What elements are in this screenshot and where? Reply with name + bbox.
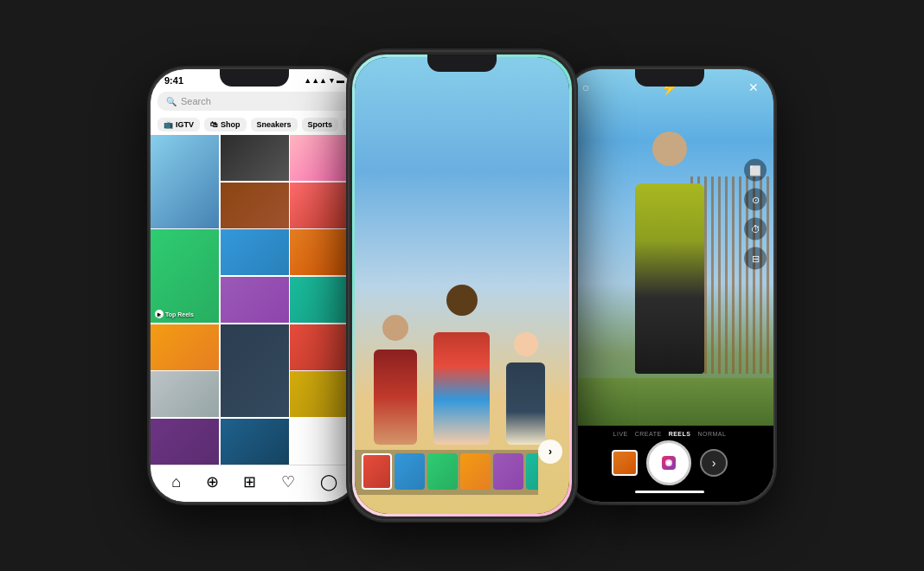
thumb-6[interactable]: [526, 453, 538, 490]
thumbnails-strip: [355, 450, 538, 495]
mode-normal[interactable]: NORMAL: [697, 431, 726, 437]
thumb-4[interactable]: [460, 453, 491, 490]
nav-heart-icon[interactable]: ♡: [281, 472, 295, 491]
reels-icon: ▶: [155, 310, 164, 318]
grid-cell-4[interactable]: [221, 183, 289, 228]
sticker-tool-btn[interactable]: ⬜: [744, 159, 767, 182]
grid-cell-17[interactable]: [221, 419, 289, 465]
mode-reels[interactable]: REELS: [669, 431, 691, 437]
ground: [566, 378, 773, 426]
grid-cell-3[interactable]: [290, 135, 358, 181]
grid-cell-16[interactable]: [151, 419, 219, 465]
shutter-inner: [662, 456, 676, 470]
sneakers-label: Sneakers: [257, 120, 292, 129]
nav-profile-icon[interactable]: ◯: [320, 472, 337, 491]
mode-row: LIVE CREATE REELS NORMAL: [573, 431, 767, 437]
explore-grid: ▶ Top Reels: [151, 135, 358, 465]
grid-cell-15[interactable]: [290, 371, 358, 417]
search-placeholder: Search: [181, 96, 211, 106]
search-icon: 🔍: [166, 97, 176, 106]
thumb-5[interactable]: [493, 453, 523, 490]
top-reels-text: Top Reels: [165, 311, 194, 318]
igtv-label: IGTV: [176, 120, 194, 129]
svg-rect-1: [667, 461, 671, 465]
reel-content: [355, 148, 569, 445]
camera-view: ○ ⚡ ✕ ⬜ ⊙ ⏱ ⊟: [566, 69, 773, 426]
subject-body: [635, 183, 704, 374]
grid-cell-2[interactable]: [221, 135, 289, 181]
next-arrow-right[interactable]: ›: [700, 449, 728, 477]
battery-icon: ▬: [337, 76, 344, 85]
person-left: [372, 315, 420, 445]
tag-shop[interactable]: 🛍 Shop: [204, 118, 247, 132]
nav-search-icon[interactable]: ⊕: [206, 472, 219, 491]
right-screen: ○ ⚡ ✕ ⬜ ⊙ ⏱ ⊟: [566, 69, 773, 502]
thumb-3[interactable]: [427, 453, 458, 490]
left-screen: 9:41 ▲▲▲ ▾ ▬ 🔍 Search 📺 IGTV: [151, 69, 358, 502]
status-icons-left: ▲▲▲ ▾ ▬: [304, 76, 344, 85]
grid-cell-8[interactable]: [290, 229, 358, 275]
next-button-middle[interactable]: ›: [538, 439, 562, 464]
left-phone: 9:41 ▲▲▲ ▾ ▬ 🔍 Search 📺 IGTV: [151, 69, 358, 502]
nav-home-icon[interactable]: ⌂: [171, 473, 181, 491]
wifi-icon: ▾: [330, 76, 334, 85]
subject-head: [652, 132, 687, 166]
camera-right-tools: ⬜ ⊙ ⏱ ⊟: [744, 159, 767, 270]
grid-cell-7[interactable]: [221, 229, 289, 275]
top-reels-label: ▶ Top Reels: [155, 310, 194, 318]
middle-phone: ›: [350, 52, 574, 519]
grid-cell-9[interactable]: [221, 277, 289, 323]
tag-sports[interactable]: Sports: [302, 118, 339, 132]
shop-label: Shop: [221, 120, 241, 129]
close-icon[interactable]: ✕: [742, 76, 765, 99]
tag-sneakers[interactable]: Sneakers: [251, 118, 298, 132]
notch-right: [635, 69, 704, 87]
grid-cell-11[interactable]: [151, 324, 219, 370]
notch-left: [220, 69, 289, 87]
igtv-icon: 📺: [164, 120, 173, 129]
speed-tool-btn[interactable]: ⏱: [744, 218, 767, 241]
tag-igtv[interactable]: 📺 IGTV: [157, 118, 200, 132]
person-center: [432, 289, 492, 445]
reels-logo-icon: [664, 459, 673, 467]
right-phone: ○ ⚡ ✕ ⬜ ⊙ ⏱ ⊟: [566, 69, 773, 502]
person-right: [504, 332, 548, 445]
search-bar-container: 🔍 Search: [151, 88, 358, 114]
shop-icon: 🛍: [210, 120, 218, 129]
signal-icon: ▲▲▲: [304, 76, 327, 85]
grid-cell-12[interactable]: [221, 324, 289, 418]
notch-middle: [427, 55, 497, 72]
timer-tool-btn[interactable]: ⊙: [744, 189, 767, 211]
shutter-button[interactable]: [646, 440, 691, 485]
thumb-1[interactable]: [362, 453, 392, 490]
home-indicator: [635, 491, 704, 493]
grid-cell-10[interactable]: [290, 277, 358, 323]
grid-cell-14[interactable]: [151, 371, 219, 417]
camera-bottom: LIVE CREATE REELS NORMAL: [566, 426, 773, 502]
nav-add-icon[interactable]: ⊞: [243, 472, 256, 491]
camera-controls: ›: [573, 440, 767, 485]
thumb-2[interactable]: [395, 453, 425, 490]
layout-tool-btn[interactable]: ⊟: [744, 247, 767, 270]
person-subject: [626, 149, 713, 374]
middle-screen: ›: [355, 57, 569, 514]
mode-create[interactable]: CREATE: [635, 431, 662, 437]
grid-cell-13[interactable]: [290, 324, 358, 370]
mode-live[interactable]: LIVE: [613, 431, 628, 437]
time-left: 9:41: [164, 75, 183, 86]
gallery-thumbnail[interactable]: [612, 450, 638, 476]
search-bar[interactable]: 🔍 Search: [157, 92, 351, 111]
grid-cell-5[interactable]: [290, 183, 358, 228]
bottom-nav: ⌂ ⊕ ⊞ ♡ ◯: [151, 465, 358, 502]
sports-label: Sports: [308, 120, 333, 129]
circle-mode-icon[interactable]: ○: [574, 76, 597, 99]
tags-row: 📺 IGTV 🛍 Shop Sneakers Sports Architect: [151, 114, 358, 135]
grid-cell-6[interactable]: ▶ Top Reels: [151, 229, 219, 323]
grid-cell-1[interactable]: [151, 135, 219, 228]
